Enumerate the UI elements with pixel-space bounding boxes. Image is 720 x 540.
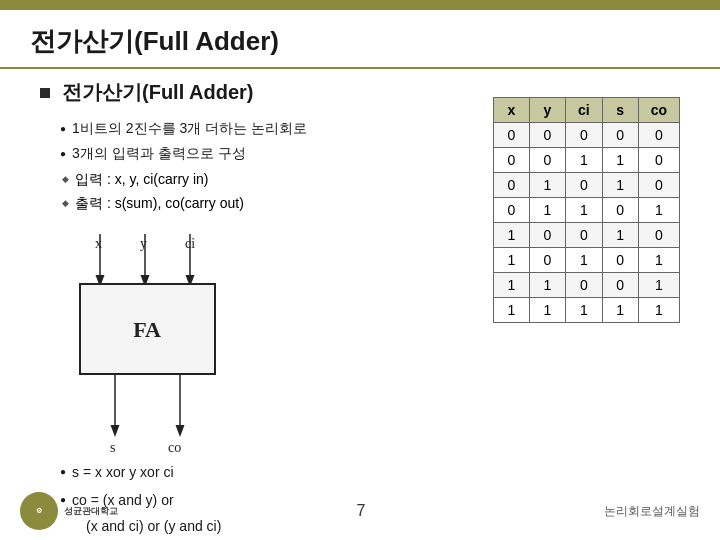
header-ci: ci [565,98,602,123]
svg-text:co: co [168,440,181,455]
table-cell: 0 [529,148,565,173]
table-cell: 1 [565,198,602,223]
table-cell: 0 [602,273,638,298]
sub-bullet-2: 출력 : s(sum), co(carry out) [62,192,463,216]
table-cell: 0 [638,223,679,248]
svg-text:s: s [110,440,115,455]
truth-table: x y ci s co 0000000110010100110110010101… [493,97,680,323]
svg-text:FA: FA [133,317,161,342]
table-cell: 1 [565,298,602,323]
table-row: 11001 [493,273,679,298]
table-cell: 1 [602,298,638,323]
table-cell: 0 [493,123,529,148]
table-cell: 1 [565,248,602,273]
table-cell: 1 [493,223,529,248]
header-x: x [493,98,529,123]
table-cell: 0 [602,198,638,223]
svg-text:y: y [140,236,147,251]
section-title: 전가산기(Full Adder) [40,79,463,106]
svg-text:x: x [95,236,102,251]
table-cell: 1 [638,273,679,298]
header-s: s [602,98,638,123]
table-cell: 1 [638,248,679,273]
bullet-item-1: 1비트의 2진수를 3개 더하는 논리회로 [60,116,463,141]
footer-logo: ⚙ 성균관대학교 [20,492,118,530]
table-cell: 1 [493,273,529,298]
header: 전가산기(Full Adder) [0,10,720,69]
table-cell: 0 [565,273,602,298]
table-cell: 1 [493,298,529,323]
table-cell: 0 [602,248,638,273]
table-cell: 0 [565,173,602,198]
fa-diagram: x y ci FA s co [40,234,260,464]
page-number: 7 [357,502,366,520]
table-row: 00000 [493,123,679,148]
logo-text: 성균관대학교 [64,505,118,518]
table-cell: 0 [493,198,529,223]
header-y: y [529,98,565,123]
footer: ⚙ 성균관대학교 7 논리회로설계실험 [0,492,720,530]
table-cell: 1 [602,148,638,173]
table-cell: 0 [638,173,679,198]
table-cell: 1 [529,173,565,198]
left-section: 전가산기(Full Adder) 1비트의 2진수를 3개 더하는 논리회로 3… [40,79,463,539]
table-row: 00110 [493,148,679,173]
table-row: 10010 [493,223,679,248]
sub-bullet-list: 입력 : x, y, ci(carry in) 출력 : s(sum), co(… [40,168,463,216]
table-cell: 0 [493,148,529,173]
header-row: x y ci s co [493,98,679,123]
page-title: 전가산기(Full Adder) [30,24,690,59]
table-cell: 1 [529,273,565,298]
header-co: co [638,98,679,123]
sub-bullet-1: 입력 : x, y, ci(carry in) [62,168,463,192]
table-cell: 0 [638,123,679,148]
footer-right-text: 논리회로설계실험 [604,503,700,520]
table-cell: 0 [493,173,529,198]
svg-text:ci: ci [185,236,195,251]
table-cell: 1 [638,198,679,223]
table-cell: 0 [529,223,565,248]
table-cell: 1 [638,298,679,323]
table-body: 0000000110010100110110010101011100111111 [493,123,679,323]
table-header: x y ci s co [493,98,679,123]
main-bullet-list: 1비트의 2진수를 3개 더하는 논리회로 3개의 입력과 출력으로 구성 [40,116,463,166]
table-cell: 1 [529,198,565,223]
table-row: 11111 [493,298,679,323]
table-cell: 1 [529,298,565,323]
table-cell: 0 [529,123,565,148]
top-bar [0,0,720,10]
content-area: 전가산기(Full Adder) 1비트의 2진수를 3개 더하는 논리회로 3… [0,79,720,539]
table-cell: 1 [602,173,638,198]
table-row: 01101 [493,198,679,223]
truth-table-section: x y ci s co 0000000110010100110110010101… [483,79,680,539]
table-cell: 1 [493,248,529,273]
bullet-icon [40,88,50,98]
table-row: 10101 [493,248,679,273]
table-row: 01010 [493,173,679,198]
table-cell: 0 [529,248,565,273]
section-title-text: 전가산기(Full Adder) [62,79,253,106]
table-cell: 0 [565,223,602,248]
table-cell: 0 [565,123,602,148]
table-cell: 0 [638,148,679,173]
table-cell: 1 [602,223,638,248]
table-cell: 0 [602,123,638,148]
table-cell: 1 [565,148,602,173]
bullet-item-2: 3개의 입력과 출력으로 구성 [60,141,463,166]
logo-icon: ⚙ [20,492,58,530]
